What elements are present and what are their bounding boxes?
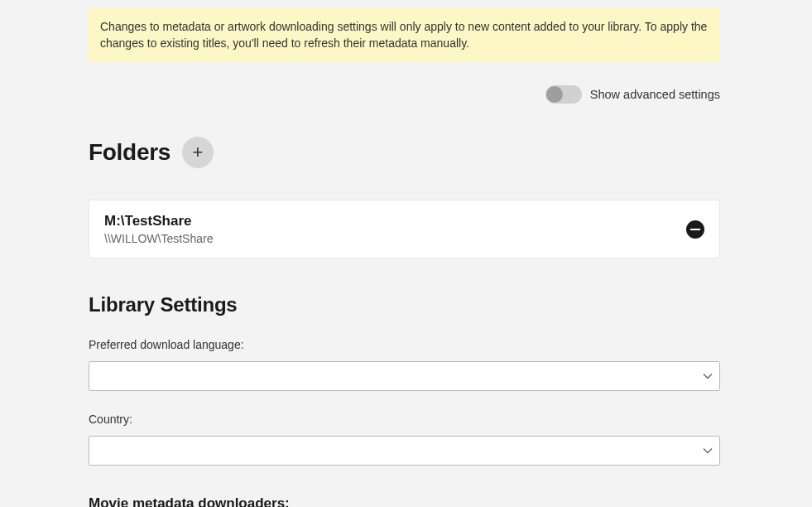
metadata-notice: Changes to metadata or artwork downloadi… [89,8,720,62]
language-select[interactable] [89,361,720,391]
language-select-wrap [89,361,720,391]
advanced-toggle-row: Show advanced settings [89,85,720,104]
notice-text: Changes to metadata or artwork downloadi… [100,20,707,50]
plus-icon: + [193,143,204,162]
settings-panel: Changes to metadata or artwork downloadi… [0,8,720,507]
country-select-wrap [89,436,720,466]
minus-icon [690,229,700,230]
advanced-settings-toggle[interactable] [545,85,582,104]
toggle-knob [546,86,563,103]
country-select[interactable] [89,436,720,466]
add-folder-button[interactable]: + [182,137,214,168]
library-settings-title: Library Settings [89,293,720,316]
remove-folder-button[interactable] [686,220,704,239]
svg-rect-0 [690,229,700,230]
folder-path-secondary: \\WILLOW\TestShare [104,232,213,245]
folder-path-primary: M:\TestShare [104,213,213,229]
country-label: Country: [89,413,720,426]
folders-title: Folders [89,139,171,166]
language-label: Preferred download language: [89,338,720,351]
downloaders-title: Movie metadata downloaders: [89,495,720,507]
folder-paths: M:\TestShare \\WILLOW\TestShare [104,213,213,245]
folder-item[interactable]: M:\TestShare \\WILLOW\TestShare [89,200,720,258]
advanced-settings-label: Show advanced settings [590,88,720,101]
folders-header: Folders + [89,137,720,168]
